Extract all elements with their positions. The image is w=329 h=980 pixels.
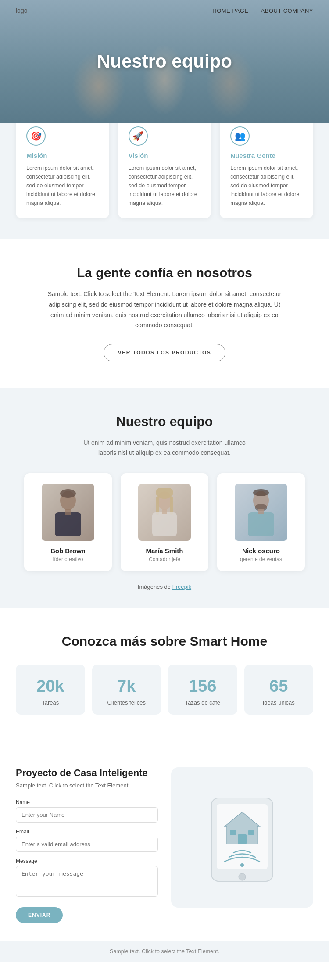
nick-name: Nick oscuro (226, 547, 296, 554)
vision-title: Visión (129, 152, 201, 159)
mision-text: Lorem ipsum dolor sit amet, consectetur … (26, 164, 99, 207)
bob-name: Bob Brown (33, 547, 103, 554)
footer: Sample text. Click to select the Text El… (0, 941, 329, 962)
nick-role: gerente de ventas (226, 556, 296, 562)
gente-title: Nuestra Gente (230, 152, 303, 159)
stat-cafe-label: Tazas de café (177, 699, 229, 706)
svg-rect-19 (230, 830, 236, 835)
email-label: Email (16, 829, 158, 835)
stat-ideas-label: Ideas únicas (253, 699, 305, 706)
stats-row: 20k Tareas 7k Clientes felices 156 Tazas… (16, 665, 313, 715)
stat-cafe: 156 Tazas de café (168, 665, 237, 715)
freepik-link[interactable]: Freepik (172, 583, 191, 590)
stat-cafe-number: 156 (177, 677, 229, 696)
email-field-group: Email (16, 829, 158, 852)
svg-rect-13 (248, 512, 274, 536)
card-gente: 👥 Nuestra Gente Lorem ipsum dolor sit am… (220, 114, 313, 218)
team-title: Nuestro equipo (16, 414, 313, 429)
stat-tareas: 20k Tareas (16, 665, 85, 715)
stats-title: Conozca más sobre Smart Home (16, 634, 313, 649)
svg-rect-2 (55, 512, 81, 536)
team-card-maria: María Smith Contador jefe (121, 473, 208, 571)
name-label: Name (16, 799, 158, 805)
mision-icon: 🎯 (26, 126, 46, 146)
svg-rect-3 (65, 509, 71, 515)
maria-silhouette (147, 488, 182, 536)
svg-rect-7 (170, 497, 173, 515)
trust-text: Sample text. Click to select the Text El… (42, 289, 287, 331)
maria-role: Contador jefe (129, 556, 200, 562)
stat-ideas: 65 Ideas únicas (244, 665, 314, 715)
stat-clientes-label: Clientes felices (101, 699, 153, 706)
message-field-group: Message (16, 858, 158, 898)
bob-role: líder creativo (33, 556, 103, 562)
name-input[interactable] (16, 807, 158, 823)
svg-rect-6 (156, 497, 159, 515)
name-field-group: Name (16, 799, 158, 823)
stat-ideas-number: 65 (253, 677, 305, 696)
team-section: Nuestro equipo Ut enim ad minim veniam, … (0, 388, 329, 608)
svg-point-21 (240, 863, 244, 867)
contact-form: Name Email Message ENVIAR (16, 799, 158, 923)
footer-text: Sample text. Click to select the Text El… (110, 948, 219, 955)
maria-name: María Smith (129, 547, 200, 554)
cards-section: 🎯 Misión Lorem ipsum dolor sit amet, con… (0, 105, 329, 239)
hero-title: Nuestro equipo (97, 51, 232, 72)
stat-tareas-label: Tareas (25, 699, 76, 706)
contact-title: Proyecto de Casa Inteligente (16, 767, 158, 779)
nick-photo (235, 484, 287, 541)
maria-photo (138, 484, 191, 541)
bob-photo (42, 484, 94, 541)
svg-rect-9 (162, 509, 167, 514)
stats-section: Conozca más sobre Smart Home 20k Tareas … (0, 608, 329, 741)
nav-logo: logo (16, 7, 27, 14)
svg-rect-20 (248, 830, 254, 835)
svg-point-11 (253, 489, 269, 496)
smart-home-svg (194, 785, 290, 890)
stat-tareas-number: 20k (25, 677, 76, 696)
svg-rect-18 (238, 834, 247, 844)
svg-rect-8 (152, 512, 177, 536)
team-subtitle: Ut enim ad minim veniam, quis nostrud ex… (81, 438, 248, 458)
nav-link-about[interactable]: ABOUT COMPANY (261, 7, 313, 14)
email-input[interactable] (16, 837, 158, 852)
message-textarea[interactable] (16, 866, 158, 897)
team-card-bob: Bob Brown líder creativo (24, 473, 112, 571)
contact-section: Proyecto de Casa Inteligente Sample text… (0, 741, 329, 941)
nick-silhouette (243, 488, 279, 536)
gente-text: Lorem ipsum dolor sit amet, consectetur … (230, 164, 303, 207)
trust-section: La gente confía en nosotros Sample text.… (0, 239, 329, 388)
card-mision: 🎯 Misión Lorem ipsum dolor sit amet, con… (16, 114, 109, 218)
svg-rect-14 (258, 509, 264, 514)
stat-clientes-number: 7k (101, 677, 153, 696)
nav-link-home[interactable]: HOME PAGE (212, 7, 248, 14)
gente-icon: 👥 (230, 126, 250, 146)
message-label: Message (16, 858, 158, 864)
contact-subtitle: Sample text. Click to select the Text El… (16, 782, 158, 789)
card-vision: 🚀 Visión Lorem ipsum dolor sit amet, con… (118, 114, 211, 218)
submit-button[interactable]: ENVIAR (16, 907, 63, 923)
ver-productos-button[interactable]: VER TODOS LOS PRODUCTOS (104, 344, 226, 361)
vision-icon: 🚀 (129, 126, 148, 146)
vision-text: Lorem ipsum dolor sit amet, consectetur … (129, 164, 201, 207)
navbar: logo HOME PAGE ABOUT COMPANY (0, 0, 329, 21)
svg-point-1 (60, 489, 76, 498)
contact-form-area: Proyecto de Casa Inteligente Sample text… (16, 767, 158, 923)
nav-links: HOME PAGE ABOUT COMPANY (212, 7, 313, 14)
contact-illustration (171, 767, 313, 908)
freepik-note: Imágenes de Freepik (16, 583, 313, 590)
bob-silhouette (50, 488, 86, 536)
trust-title: La gente confía en nosotros (35, 265, 294, 280)
mision-title: Misión (26, 152, 99, 159)
team-card-nick: Nick oscuro gerente de ventas (217, 473, 305, 571)
team-cards-row: Bob Brown líder creativo María (16, 473, 313, 571)
stat-clientes: 7k Clientes felices (92, 665, 161, 715)
svg-point-22 (239, 873, 246, 880)
